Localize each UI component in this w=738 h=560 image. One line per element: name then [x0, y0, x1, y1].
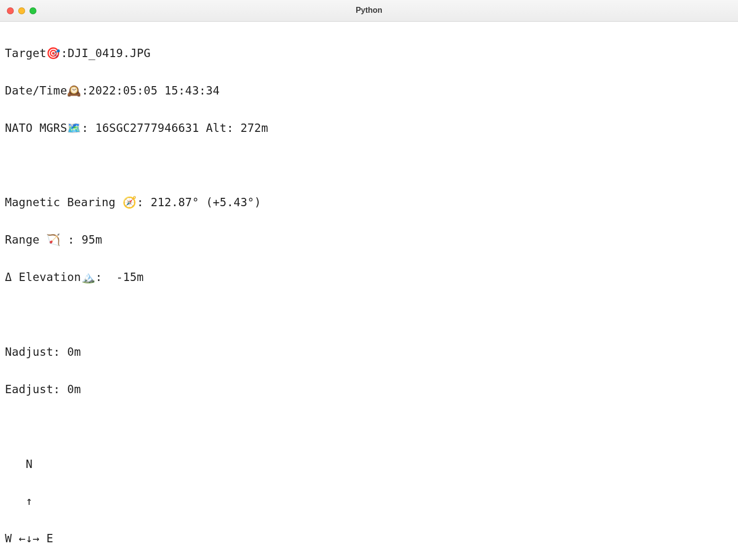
alt-value: 272m: [241, 122, 268, 134]
bearing-sep: :: [137, 196, 151, 209]
eadjust-label: Eadjust:: [5, 383, 67, 396]
window-titlebar: Python: [0, 0, 738, 22]
compass-row-we: W ←↓→ E: [5, 529, 733, 548]
elevation-sep: :: [95, 271, 109, 283]
bearing-line: Magnetic Bearing 🧭: 212.87° (+5.43°): [5, 193, 733, 212]
target-icon: 🎯: [46, 47, 61, 60]
mgrs-line: NATO MGRS🗺️: 16SGC2777946631 Alt: 272m: [5, 119, 733, 138]
datetime-line: Date/Time🕰️:2022:05:05 15:43:34: [5, 82, 733, 100]
target-value: DJI_0419.JPG: [68, 47, 151, 60]
blank-line: [5, 418, 733, 436]
bow-icon: 🏹: [46, 233, 61, 246]
nadjust-value: 0m: [67, 345, 81, 358]
nadjust-line: Nadjust: 0m: [5, 343, 733, 362]
range-line: Range 🏹 : 95m: [5, 231, 733, 249]
terminal-output: Target🎯:DJI_0419.JPG Date/Time🕰️:2022:05…: [0, 22, 738, 560]
bearing-value: 212.87° (+5.43°): [151, 196, 261, 209]
mgrs-sep: :: [82, 122, 95, 134]
map-icon: 🗺️: [67, 122, 81, 134]
compass-icon: 🧭: [123, 196, 137, 209]
window-title: Python: [0, 4, 738, 17]
mgrs-label: NATO MGRS: [5, 122, 67, 134]
bearing-label: Magnetic Bearing: [5, 196, 123, 209]
eadjust-line: Eadjust: 0m: [5, 380, 733, 399]
range-label: Range: [5, 233, 46, 246]
target-sep: :: [61, 47, 68, 60]
clock-icon: 🕰️: [67, 84, 81, 97]
range-sep: :: [61, 233, 82, 246]
mgrs-value: 16SGC2777946631: [95, 122, 199, 134]
compass-row-up: ↑: [5, 492, 733, 511]
datetime-sep: :: [82, 84, 89, 97]
eadjust-value: 0m: [67, 383, 81, 396]
blank-line: [5, 156, 733, 175]
blank-line: [5, 306, 733, 324]
elevation-value: -15m: [109, 271, 144, 283]
elevation-line: Δ Elevation🏔️: -15m: [5, 268, 733, 287]
elevation-label: Δ Elevation: [5, 271, 81, 283]
alt-label: Alt:: [199, 122, 240, 134]
datetime-label: Date/Time: [5, 84, 67, 97]
target-label: Target: [5, 47, 46, 60]
target-line: Target🎯:DJI_0419.JPG: [5, 44, 733, 63]
datetime-value: 2022:05:05 15:43:34: [89, 84, 220, 97]
mountain-icon: 🏔️: [81, 271, 95, 283]
range-value: 95m: [82, 233, 102, 246]
compass-row-n: N: [5, 455, 733, 474]
nadjust-label: Nadjust:: [5, 345, 67, 358]
